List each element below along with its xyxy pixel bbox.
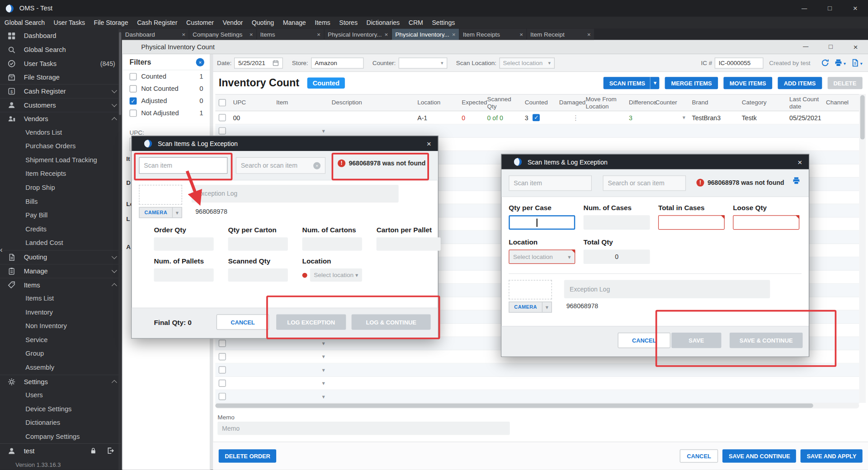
tab-physical-inventory-3[interactable]: Physical Inventory... <box>325 29 392 40</box>
memo-input[interactable]: Memo <box>217 422 510 435</box>
row-checkbox[interactable] <box>219 380 226 387</box>
sidebar-subitem-item-receipts[interactable]: Item Receipts <box>0 167 122 181</box>
sidebar-subitem-company-settings[interactable]: Company Settings <box>0 430 122 444</box>
printer-dropdown-icon[interactable] <box>843 60 846 66</box>
checkbox-unchecked[interactable] <box>130 73 137 80</box>
sidebar-subitem-landed-cost[interactable]: Landed Cost <box>0 236 122 250</box>
sidebar-subitem-device-settings[interactable]: Device Settings <box>0 402 122 416</box>
export-document-icon[interactable] <box>851 59 859 67</box>
date-input[interactable]: 5/25/2021 <box>234 57 283 68</box>
vertical-scrollbar-thumb[interactable] <box>860 95 865 140</box>
merge-items-button[interactable]: MERGE ITEMS <box>665 77 718 89</box>
menu-item-quoting[interactable]: Quoting <box>247 17 278 29</box>
scan-items-dropdown-icon[interactable] <box>650 77 660 89</box>
column-header-counter[interactable]: Counter <box>652 98 689 107</box>
column-header-brand[interactable]: Brand <box>689 98 738 107</box>
column-header-location[interactable]: Location <box>414 98 458 107</box>
select-all-checkbox[interactable] <box>219 99 226 106</box>
logout-icon[interactable] <box>107 447 114 454</box>
sidebar-collapse-handle[interactable] <box>0 242 5 257</box>
field-input[interactable] <box>154 237 213 250</box>
tab-items-2[interactable]: Items <box>257 29 324 40</box>
camera-dropdown-icon[interactable] <box>542 302 552 312</box>
sidebar-subitem-purchase-orders[interactable]: Purchase Orders <box>0 140 122 154</box>
sidebar-item-global-search[interactable]: Global Search <box>0 42 122 56</box>
search-item-input[interactable]: Search or scan item <box>603 175 686 191</box>
export-dropdown-icon[interactable] <box>859 60 862 66</box>
chevron-down-icon[interactable] <box>322 340 325 346</box>
chevron-down-icon[interactable] <box>322 128 325 134</box>
tab-item-receipt-6[interactable]: Item Receipt <box>527 29 594 40</box>
dialog-close-icon[interactable] <box>427 139 431 148</box>
field-input[interactable] <box>302 237 362 250</box>
inner-minimize-button[interactable] <box>793 42 818 52</box>
lock-icon[interactable] <box>90 447 97 454</box>
store-input[interactable]: Amazon <box>311 57 363 68</box>
camera-button[interactable]: CAMERA <box>139 207 182 218</box>
menu-item-vendor[interactable]: Vendor <box>218 17 247 29</box>
counter-select[interactable] <box>398 57 447 68</box>
menu-item-crm[interactable]: CRM <box>404 17 428 29</box>
maximize-button[interactable] <box>817 0 842 17</box>
row-checkbox[interactable] <box>219 353 226 361</box>
tab-close-icon[interactable] <box>585 31 591 38</box>
dialog-close-icon[interactable] <box>797 157 802 166</box>
tab-close-icon[interactable] <box>382 31 388 38</box>
field-input[interactable] <box>228 268 288 282</box>
dialog-cancel-button[interactable]: CANCEL <box>217 315 269 330</box>
delete-order-button[interactable]: DELETE ORDER <box>219 449 277 462</box>
row-checkbox[interactable] <box>219 114 226 122</box>
menu-item-stores[interactable]: Stores <box>335 17 362 29</box>
sidebar-subitem-non-inventory[interactable]: Non Inventory <box>0 320 122 334</box>
field-input[interactable] <box>733 215 799 230</box>
sidebar-scrollbar[interactable] <box>118 29 122 470</box>
tab-physical-inventory-4[interactable]: Physical Inventory... <box>392 29 459 40</box>
user-row[interactable]: test <box>0 443 122 458</box>
menu-item-global-search[interactable]: Global Search <box>0 17 49 29</box>
sidebar-item-quoting[interactable]: Quoting <box>0 250 122 264</box>
location-select[interactable]: Select location <box>310 268 362 282</box>
sidebar-item-vendors[interactable]: Vendors <box>0 112 122 126</box>
sidebar-item-customers[interactable]: Customers <box>0 98 122 112</box>
printer-icon[interactable] <box>834 59 842 67</box>
sidebar-subitem-drop-ship[interactable]: Drop Ship <box>0 181 122 195</box>
sidebar-item-settings[interactable]: Settings <box>0 375 122 389</box>
menu-item-manage[interactable]: Manage <box>278 17 310 29</box>
tab-dashboard-0[interactable]: Dashboard <box>122 29 189 40</box>
filter-option-not-counted[interactable]: Not Counted0 <box>123 82 210 94</box>
table-row[interactable]: 00A-100 of 033TestBran3Testk05/25/2021 <box>215 111 859 124</box>
close-button[interactable] <box>843 0 868 17</box>
sidebar-subitem-service[interactable]: Service <box>0 333 122 347</box>
sidebar-item-cash-register[interactable]: $Cash Register <box>0 84 122 98</box>
tab-close-icon[interactable] <box>517 31 523 38</box>
column-header-description[interactable]: Description <box>328 98 414 107</box>
table-row-empty[interactable] <box>215 390 859 404</box>
save-and-apply-button[interactable]: SAVE AND APPLY <box>801 449 863 462</box>
tab-close-icon[interactable] <box>450 31 456 38</box>
tab-close-icon[interactable] <box>179 31 185 38</box>
column-header-move-from-location[interactable]: Move From Location <box>582 94 626 111</box>
sidebar-item-dashboard[interactable]: Dashboard <box>0 29 122 43</box>
exception-log-input[interactable]: Exception Log <box>192 185 399 202</box>
checkbox-unchecked[interactable] <box>130 109 137 117</box>
filter-option-counted[interactable]: Counted1 <box>123 70 210 83</box>
sidebar-item-file-storage[interactable]: File Storage <box>0 70 122 85</box>
field-input[interactable] <box>658 215 725 230</box>
camera-dropdown-icon[interactable] <box>172 207 182 217</box>
checkbox-checked[interactable] <box>130 97 137 104</box>
sidebar-item-user-tasks[interactable]: User Tasks(845) <box>0 56 122 70</box>
add-items-button[interactable]: ADD ITEMS <box>778 77 822 89</box>
field-input[interactable] <box>228 237 288 250</box>
sidebar-subitem-pay-bill[interactable]: Pay Bill <box>0 209 122 223</box>
ic-number-input[interactable]: IC-0000055 <box>715 57 764 68</box>
chevron-down-icon[interactable] <box>322 394 325 400</box>
chevron-down-icon[interactable] <box>322 367 325 373</box>
search-item-input[interactable]: Search or scan item <box>236 157 326 174</box>
filter-option-adjusted[interactable]: Adjusted0 <box>123 94 210 107</box>
inner-maximize-button[interactable] <box>818 42 843 52</box>
row-checkbox[interactable] <box>219 367 226 374</box>
field-input[interactable]: 0 <box>584 249 650 264</box>
column-header-item[interactable]: Item <box>273 98 328 107</box>
sidebar-subitem-bills[interactable]: Bills <box>0 195 122 209</box>
menu-item-dictionaries[interactable]: Dictionaries <box>362 17 404 29</box>
